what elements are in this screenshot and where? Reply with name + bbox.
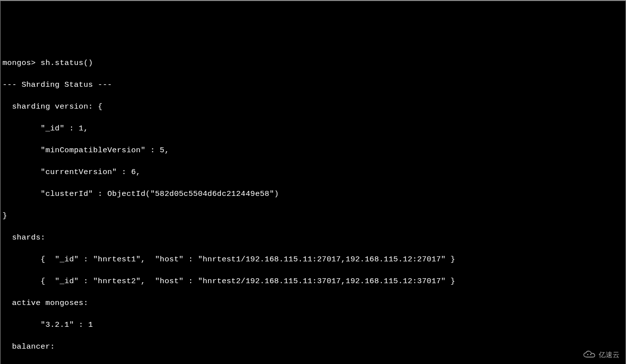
cloud-icon [583,351,597,359]
output-line: { "_id" : "hnrtest1", "host" : "hnrtest1… [2,254,624,265]
prompt-line: mongos> sh.status() [2,58,624,68]
output-line: active mongoses: [2,298,624,308]
output-line: shards: [2,232,624,243]
svg-point-1 [590,354,591,355]
output-line: "minCompatibleVersion" : 5, [2,145,624,156]
output-line: "clusterId" : ObjectId("582d05c5504d6dc2… [2,188,624,199]
output-line: --- Sharding Status --- [2,79,624,90]
output-line: balancer: [2,341,624,352]
output-line: "3.2.1" : 1 [2,319,624,330]
output-line: } [2,210,624,221]
output-line: sharding version: { [2,101,624,112]
prompt: mongos> [2,59,41,67]
output-line: "currentVersion" : 6, [2,167,624,178]
command-text: sh.status() [41,59,93,67]
watermark: 亿速云 [583,349,620,360]
watermark-text: 亿速云 [599,349,620,360]
output-line: "_id" : 1, [2,123,624,134]
svg-point-0 [587,354,588,355]
output-line: { "_id" : "hnrtest2", "host" : "hnrtest2… [2,276,624,287]
terminal-output[interactable]: mongos> sh.status() --- Sharding Status … [0,45,626,364]
